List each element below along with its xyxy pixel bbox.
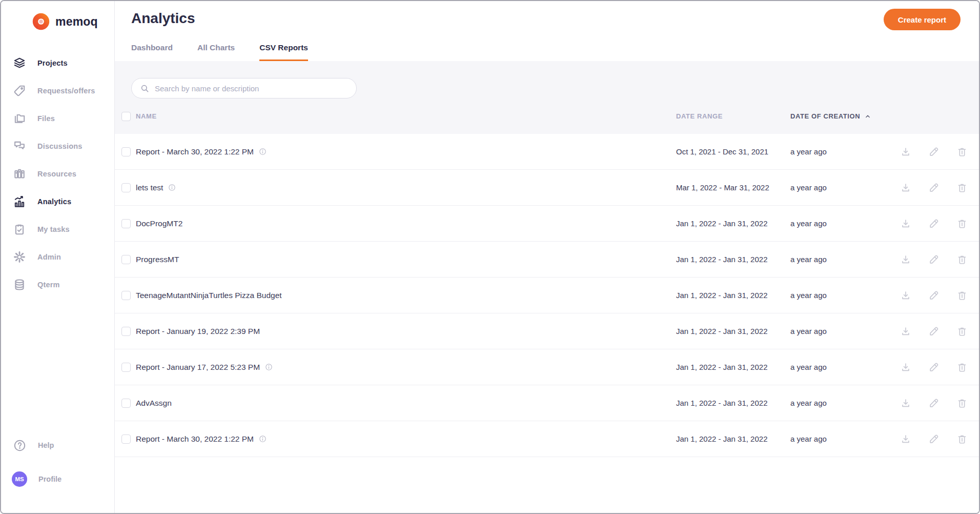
table-row[interactable]: TeenageMutantNinjaTurtles Pizza Budget J… bbox=[115, 278, 980, 313]
folders-icon bbox=[13, 112, 26, 125]
edit-icon[interactable] bbox=[928, 146, 940, 157]
row-checkbox[interactable] bbox=[121, 219, 131, 228]
sidebar-item-label: Projects bbox=[37, 59, 68, 67]
download-icon[interactable] bbox=[900, 433, 911, 445]
column-header-date-of-creation[interactable]: DATE OF CREATION bbox=[790, 112, 900, 120]
row-checkbox[interactable] bbox=[121, 291, 131, 300]
table-row[interactable]: Report - January 19, 2022 2:39 PM Jan 1,… bbox=[115, 313, 980, 349]
row-checkbox[interactable] bbox=[121, 147, 131, 156]
tab-dashboard[interactable]: Dashboard bbox=[131, 43, 173, 61]
report-name: lets test bbox=[136, 183, 163, 192]
sidebar-item-admin[interactable]: Admin bbox=[1, 243, 114, 271]
date-of-creation: a year ago bbox=[790, 363, 900, 371]
table-row[interactable]: Report - March 30, 2022 1:22 PM Oct 1, 2… bbox=[115, 134, 980, 170]
table-row[interactable]: AdvAssgn Jan 1, 2022 - Jan 31, 2022 a ye… bbox=[115, 385, 980, 421]
create-report-button[interactable]: Create report bbox=[884, 9, 961, 30]
delete-icon[interactable] bbox=[956, 362, 968, 373]
sidebar-item-qterm[interactable]: Qterm bbox=[1, 271, 114, 299]
delete-icon[interactable] bbox=[956, 146, 968, 157]
sidebar-item-analytics[interactable]: Analytics bbox=[1, 188, 114, 215]
info-icon[interactable] bbox=[258, 434, 267, 443]
info-icon[interactable] bbox=[258, 147, 267, 156]
edit-icon[interactable] bbox=[928, 362, 940, 373]
date-of-creation: a year ago bbox=[790, 147, 900, 156]
bar-chart-icon bbox=[13, 195, 26, 208]
delete-icon[interactable] bbox=[956, 218, 968, 229]
edit-icon[interactable] bbox=[928, 182, 940, 193]
select-all-checkbox[interactable] bbox=[121, 112, 131, 121]
info-icon[interactable] bbox=[168, 183, 176, 192]
help-label: Help bbox=[38, 441, 54, 449]
edit-icon[interactable] bbox=[928, 254, 940, 265]
delete-icon[interactable] bbox=[956, 326, 968, 337]
column-header-name: NAME bbox=[131, 112, 676, 120]
sidebar-item-label: Qterm bbox=[37, 281, 60, 289]
table-row[interactable]: Report - January 17, 2022 5:23 PM Jan 1,… bbox=[115, 349, 980, 385]
report-name: AdvAssgn bbox=[136, 399, 172, 408]
date-range: Jan 1, 2022 - Jan 31, 2022 bbox=[676, 363, 790, 371]
delete-icon[interactable] bbox=[956, 254, 968, 265]
delete-icon[interactable] bbox=[956, 290, 968, 301]
layers-icon bbox=[13, 56, 26, 70]
edit-icon[interactable] bbox=[928, 326, 940, 337]
sidebar-item-discussions[interactable]: Discussions bbox=[1, 132, 114, 160]
row-checkbox[interactable] bbox=[121, 434, 131, 444]
memoq-logo[interactable]: memoq bbox=[1, 10, 114, 33]
row-checkbox[interactable] bbox=[121, 255, 131, 264]
download-icon[interactable] bbox=[900, 398, 911, 409]
sidebar-item-label: My tasks bbox=[37, 225, 70, 233]
help-button[interactable]: Help bbox=[1, 432, 114, 459]
download-icon[interactable] bbox=[900, 290, 911, 301]
report-name: DocProgMT2 bbox=[136, 219, 182, 228]
date-of-creation: a year ago bbox=[790, 399, 900, 407]
date-of-creation: a year ago bbox=[790, 291, 900, 300]
sidebar-footer: Help MS Profile bbox=[1, 432, 114, 513]
delete-icon[interactable] bbox=[956, 398, 968, 409]
date-range: Jan 1, 2022 - Jan 31, 2022 bbox=[676, 219, 790, 228]
date-range: Mar 1, 2022 - Mar 31, 2022 bbox=[676, 183, 790, 192]
row-checkbox[interactable] bbox=[121, 363, 131, 372]
table-row[interactable]: DocProgMT2 Jan 1, 2022 - Jan 31, 2022 a … bbox=[115, 206, 980, 242]
edit-icon[interactable] bbox=[928, 433, 940, 445]
sidebar-item-label: Requests/offers bbox=[37, 87, 95, 95]
chat-icon bbox=[13, 140, 26, 153]
info-icon[interactable] bbox=[264, 363, 273, 371]
delete-icon[interactable] bbox=[956, 182, 968, 193]
app-window: memoq Projects Requests/offers Files bbox=[0, 0, 980, 514]
row-checkbox[interactable] bbox=[121, 399, 131, 408]
sidebar-item-projects[interactable]: Projects bbox=[1, 49, 114, 77]
edit-icon[interactable] bbox=[928, 398, 940, 409]
download-icon[interactable] bbox=[900, 362, 911, 373]
row-checkbox[interactable] bbox=[121, 183, 131, 192]
sidebar-item-requests-offers[interactable]: Requests/offers bbox=[1, 77, 114, 105]
edit-icon[interactable] bbox=[928, 290, 940, 301]
date-range: Jan 1, 2022 - Jan 31, 2022 bbox=[676, 434, 790, 443]
tab-bar: Dashboard All Charts CSV Reports bbox=[131, 43, 308, 61]
table-row[interactable]: Report - March 30, 2022 1:22 PM Jan 1, 2… bbox=[115, 421, 980, 457]
sidebar-item-label: Analytics bbox=[37, 197, 71, 206]
table-row[interactable]: lets test Mar 1, 2022 - Mar 31, 2022 a y… bbox=[115, 170, 980, 206]
delete-icon[interactable] bbox=[956, 433, 968, 445]
tag-icon bbox=[13, 84, 26, 97]
sidebar-item-files[interactable]: Files bbox=[1, 105, 114, 132]
row-checkbox[interactable] bbox=[121, 327, 131, 336]
download-icon[interactable] bbox=[900, 218, 911, 229]
sidebar-item-resources[interactable]: Resources bbox=[1, 160, 114, 188]
profile-button[interactable]: MS Profile bbox=[1, 466, 114, 492]
search-input[interactable] bbox=[155, 84, 348, 93]
sidebar-item-my-tasks[interactable]: My tasks bbox=[1, 215, 114, 243]
download-icon[interactable] bbox=[900, 146, 911, 157]
date-range: Jan 1, 2022 - Jan 31, 2022 bbox=[676, 291, 790, 300]
date-of-creation: a year ago bbox=[790, 183, 900, 192]
download-icon[interactable] bbox=[900, 326, 911, 337]
table-row[interactable]: ProgressMT Jan 1, 2022 - Jan 31, 2022 a … bbox=[115, 242, 980, 278]
download-icon[interactable] bbox=[900, 254, 911, 265]
date-of-creation: a year ago bbox=[790, 327, 900, 335]
report-name: Report - January 19, 2022 2:39 PM bbox=[136, 327, 260, 336]
download-icon[interactable] bbox=[900, 182, 911, 193]
tab-csv-reports[interactable]: CSV Reports bbox=[259, 43, 308, 61]
sidebar: memoq Projects Requests/offers Files bbox=[1, 1, 115, 513]
edit-icon[interactable] bbox=[928, 218, 940, 229]
tab-all-charts[interactable]: All Charts bbox=[197, 43, 235, 61]
page-header: Analytics Create report Dashboard All Ch… bbox=[115, 1, 980, 61]
